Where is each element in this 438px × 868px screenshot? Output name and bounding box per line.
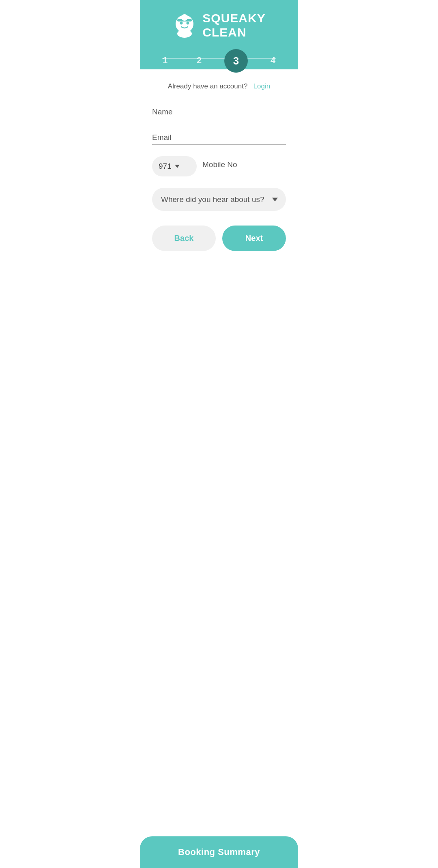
- chevron-down-icon: [175, 165, 180, 168]
- source-dropdown-wrapper: Where did you hear about us? Google Face…: [152, 188, 286, 211]
- main-content: Already have an account? Login 971 Where…: [140, 69, 298, 300]
- email-input[interactable]: [152, 131, 286, 145]
- mascot-icon: [172, 13, 197, 38]
- step-2-circle: 2: [190, 52, 208, 69]
- step-2: 2: [190, 52, 208, 69]
- step-3-circle: 3: [224, 49, 248, 73]
- country-code-selector[interactable]: 971: [152, 156, 197, 176]
- name-field-wrapper: [152, 105, 286, 119]
- mobile-input[interactable]: [202, 158, 286, 175]
- step-4: 4: [264, 52, 282, 69]
- svg-point-2: [180, 21, 183, 24]
- next-button[interactable]: Next: [222, 226, 286, 251]
- svg-point-3: [187, 21, 189, 24]
- back-button[interactable]: Back: [152, 226, 216, 251]
- mobile-input-wrapper: [202, 158, 286, 175]
- action-buttons: Back Next: [152, 226, 286, 251]
- step-indicator: 1 2 3 4: [148, 49, 290, 69]
- country-code-value: 971: [159, 162, 172, 171]
- source-select[interactable]: Where did you hear about us? Google Face…: [152, 188, 286, 211]
- login-link[interactable]: Login: [253, 82, 271, 90]
- account-prompt: Already have an account? Login: [152, 82, 286, 90]
- step-3: 3: [224, 49, 248, 69]
- name-input[interactable]: [152, 105, 286, 119]
- email-field-wrapper: [152, 131, 286, 145]
- svg-point-1: [177, 30, 192, 38]
- step-4-circle: 4: [264, 52, 282, 69]
- step-1: 1: [156, 52, 174, 69]
- brand-name: SQUEAKYCLEAN: [202, 11, 265, 39]
- logo-area: SQUEAKYCLEAN: [172, 11, 265, 39]
- svg-point-5: [181, 14, 188, 21]
- app-header: SQUEAKYCLEAN 1 2 3 4: [140, 0, 298, 69]
- phone-row: 971: [152, 156, 286, 176]
- step-1-circle: 1: [156, 52, 174, 69]
